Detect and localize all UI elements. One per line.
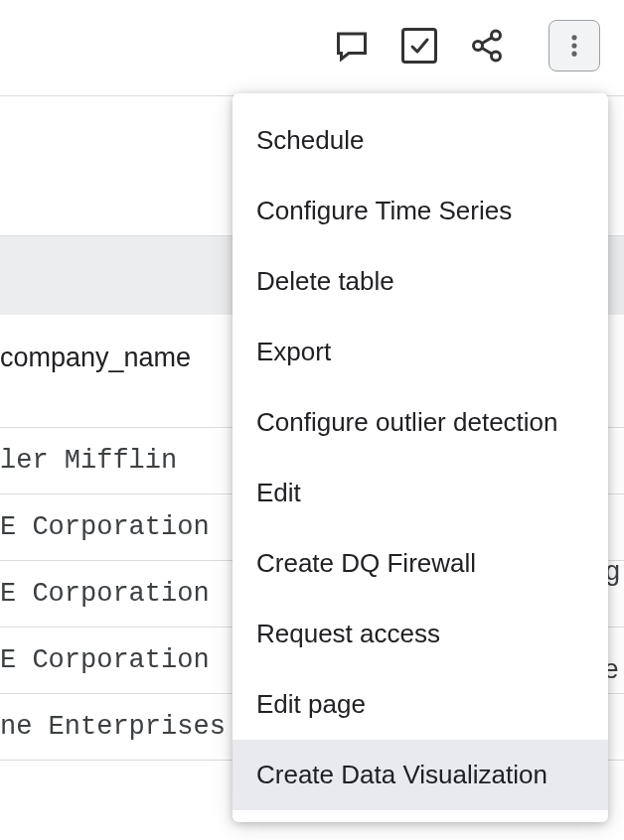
svg-point-6: [571, 43, 576, 48]
menu-item-configure-outlier-detection[interactable]: Configure outlier detection: [233, 387, 608, 458]
menu-item-schedule[interactable]: Schedule: [233, 105, 608, 176]
menu-item-configure-time-series[interactable]: Configure Time Series: [233, 176, 608, 246]
menu-item-edit[interactable]: Edit: [233, 458, 608, 528]
more-options-menu: Schedule Configure Time Series Delete ta…: [233, 93, 608, 822]
toolbar: [0, 0, 624, 95]
menu-item-request-access[interactable]: Request access: [233, 599, 608, 669]
comment-icon[interactable]: [334, 28, 370, 64]
svg-point-2: [492, 52, 501, 61]
menu-item-create-data-visualization[interactable]: Create Data Visualization: [233, 740, 608, 810]
menu-item-delete-table[interactable]: Delete table: [233, 246, 608, 317]
svg-point-5: [571, 35, 576, 40]
checkbox-checked-icon[interactable]: [401, 28, 437, 64]
menu-item-edit-page[interactable]: Edit page: [233, 669, 608, 740]
svg-line-3: [482, 38, 492, 44]
svg-point-7: [571, 52, 576, 57]
menu-item-create-dq-firewall[interactable]: Create DQ Firewall: [233, 528, 608, 599]
svg-point-0: [492, 31, 501, 40]
menu-item-export[interactable]: Export: [233, 317, 608, 387]
svg-line-4: [482, 48, 492, 54]
share-icon[interactable]: [469, 28, 505, 64]
more-options-button[interactable]: [548, 20, 600, 71]
svg-point-1: [474, 42, 483, 51]
